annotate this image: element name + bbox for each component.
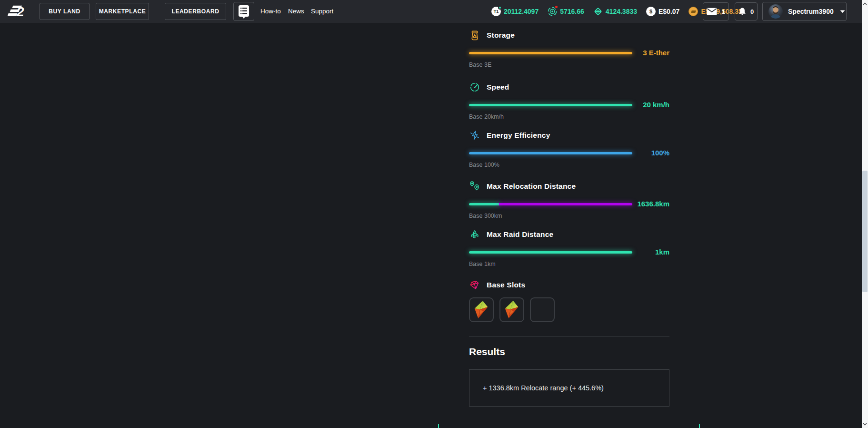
messages-count: 1: [721, 8, 725, 15]
raid-points-balance[interactable]: 5716.66: [548, 7, 584, 16]
scroll-up-arrow[interactable]: [862, 0, 868, 7]
leaderboard-button[interactable]: LEADERBOARD: [165, 3, 226, 20]
relocation-progress-bar: [469, 203, 632, 205]
essence-balance[interactable]: 4124.3833: [593, 7, 637, 16]
base-slots-title: Base Slots: [487, 281, 525, 289]
essence-diamond-icon: [593, 7, 603, 16]
bell-icon: [738, 7, 746, 16]
storage-icon: [469, 30, 480, 41]
results-title: Results: [469, 346, 505, 357]
relocation-pins-icon: [469, 181, 480, 192]
energy-efficiency-value: 100%: [632, 149, 669, 157]
stat-max-relocation-distance: Max Relocation Distance 1636.8km Base 30…: [469, 181, 669, 219]
changelog-button[interactable]: [233, 2, 254, 21]
energy-efficiency-icon: [469, 130, 480, 141]
buy-land-button[interactable]: BUY LAND: [40, 3, 90, 20]
results-panel: + 1336.8km Relocate range (+ 445.6%): [469, 369, 669, 407]
stat-title: Speed: [487, 83, 509, 92]
relocation-base-label: Base 300km: [469, 213, 669, 219]
storage-progress-bar: [469, 52, 632, 54]
svg-text:2: 2: [16, 4, 24, 19]
stat-storage: Storage 3 E-ther Base 3E: [469, 30, 669, 68]
stat-energy-efficiency: Energy Efficiency 100% Base 100%: [469, 130, 669, 168]
nav-link-news[interactable]: News: [288, 0, 304, 23]
notification-red-dot: [554, 5, 559, 9]
section-divider: [469, 336, 669, 336]
changelog-icon: [238, 4, 250, 19]
notifications-button[interactable]: 0: [735, 2, 758, 20]
usd-balance[interactable]: $ E$0.07: [646, 7, 679, 16]
marketplace-button[interactable]: MARKETPLACE: [96, 3, 149, 20]
stat-speed: Speed 20 km/h Base 20km/h: [469, 82, 669, 120]
mail-icon: [707, 8, 717, 15]
raid-points-value: 5716.66: [560, 8, 584, 15]
speed-value: 20 km/h: [632, 101, 669, 109]
result-item: + 1336.8km Relocate range (+ 445.6%): [483, 384, 604, 392]
raid-ship-icon: [469, 229, 480, 240]
base-slot-2[interactable]: [499, 297, 524, 322]
earth2-logo[interactable]: 2: [5, 4, 28, 19]
storage-base-label: Base 3E: [469, 61, 669, 68]
base-slot-1[interactable]: [469, 297, 494, 322]
top-navigation-bar: 2 BUY LAND MARKETPLACE LEADERBOARD How-t…: [0, 0, 868, 23]
gem-icon: [469, 279, 480, 291]
dollar-icon: $: [646, 7, 656, 16]
username-label: Spectrum3900: [788, 8, 834, 15]
cutoff-slider-handle: [699, 424, 700, 428]
base-slots-section: Base Slots: [469, 279, 669, 322]
raid-target-icon: [548, 7, 557, 16]
crystal-item: [472, 300, 490, 320]
tier1-token-icon: T1: [491, 7, 501, 16]
tier1-token-value: 20112.4097: [504, 8, 539, 15]
gold-coin-icon: [688, 7, 698, 16]
scrollbar-thumb[interactable]: [862, 171, 868, 292]
stat-title: Max Relocation Distance: [487, 182, 576, 191]
notifications-count: 0: [750, 8, 754, 15]
raid-base-label: Base 1km: [469, 261, 669, 267]
base-slot-3[interactable]: [530, 297, 555, 322]
messages-button[interactable]: 1: [703, 2, 729, 20]
stat-max-raid-distance: Max Raid Distance 1km Base 1km: [469, 229, 669, 267]
avatar: [768, 4, 783, 19]
nav-link-support[interactable]: Support: [311, 0, 333, 23]
usd-value: E$0.07: [658, 8, 679, 15]
tier1-token-balance[interactable]: T1 20112.4097: [491, 7, 539, 16]
nav-link-howto[interactable]: How-to: [260, 0, 281, 23]
speed-base-label: Base 20km/h: [469, 113, 669, 120]
profile-menu-button[interactable]: Spectrum3900: [762, 2, 847, 21]
relocation-value: 1636.8km: [632, 200, 669, 208]
storage-value: 3 E-ther: [632, 49, 669, 57]
stat-title: Storage: [487, 31, 515, 40]
chevron-down-icon: [840, 10, 845, 13]
energy-efficiency-progress-bar: [469, 152, 632, 154]
stat-title: Energy Efficiency: [487, 131, 550, 140]
crystal-item: [503, 300, 521, 320]
speed-icon: [469, 82, 480, 93]
cutoff-slider-handle: [438, 424, 439, 428]
raid-progress-bar: [469, 251, 632, 254]
essence-value: 4124.3833: [606, 8, 637, 15]
stat-title: Max Raid Distance: [487, 230, 553, 239]
energy-efficiency-base-label: Base 100%: [469, 162, 669, 168]
speed-progress-bar: [469, 104, 632, 106]
raid-value: 1km: [632, 248, 669, 256]
page-scrollbar[interactable]: [862, 0, 868, 428]
scroll-down-arrow[interactable]: [862, 421, 868, 428]
